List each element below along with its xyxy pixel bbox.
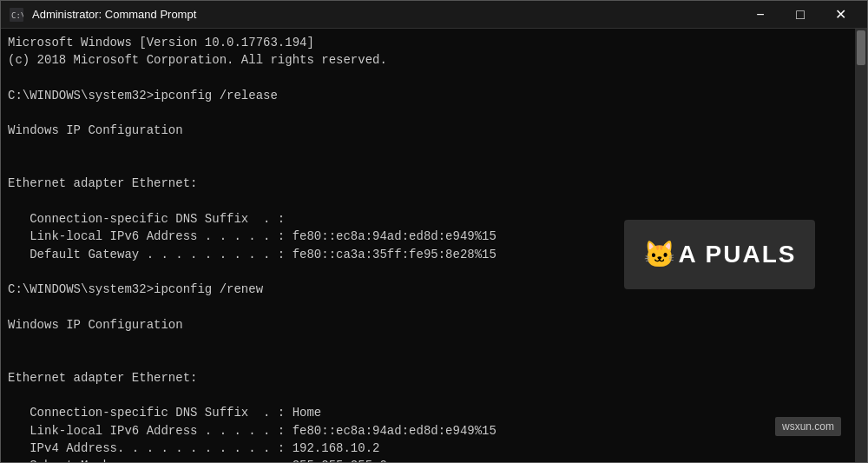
maximize-button[interactable]: □: [780, 1, 820, 29]
window-controls: − □ ✕: [740, 1, 860, 29]
logo-icon: 🐱: [643, 239, 675, 271]
console-content: Microsoft Windows [Version 10.0.17763.19…: [1, 29, 867, 462]
titlebar: C:\ Administrator: Command Prompt − □ ✕: [1, 1, 867, 29]
cmd-icon: C:\: [8, 6, 25, 23]
close-button[interactable]: ✕: [820, 1, 860, 29]
logo-text: A PUALS: [679, 241, 797, 268]
window: C:\ Administrator: Command Prompt − □ ✕ …: [0, 0, 868, 463]
watermark: wsxun.com: [775, 417, 841, 436]
window-title: Administrator: Command Prompt: [32, 8, 740, 21]
minimize-button[interactable]: −: [740, 1, 780, 29]
scrollbar[interactable]: [855, 29, 867, 462]
scrollbar-thumb[interactable]: [857, 30, 865, 65]
svg-text:C:\: C:\: [11, 11, 23, 20]
appuals-logo: 🐱 A PUALS: [624, 220, 815, 289]
